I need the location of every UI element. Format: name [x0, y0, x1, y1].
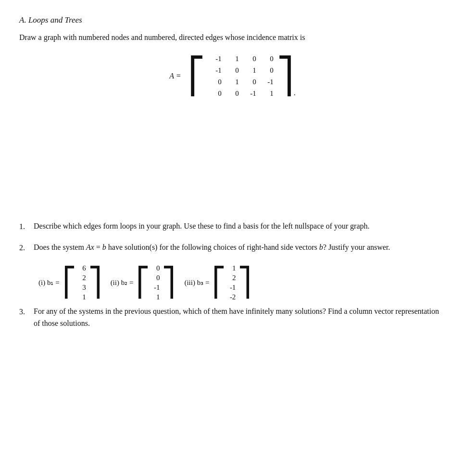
b2-grid: 0 0 -1 1 [150, 262, 162, 303]
matrix-cell-3-2: -1 [248, 90, 256, 98]
intro-sentence: Draw a graph with numbered nodes and num… [19, 33, 305, 41]
matrix-wrapper: ⎡ -1 1 0 0 -1 0 1 0 0 1 0 -1 [188, 52, 296, 100]
intro-text: Draw a graph with numbered nodes and num… [19, 32, 446, 43]
vector-b1-group: (i) b₁ = ⎡ 6 2 3 1 ⎤ [38, 262, 102, 303]
matrix-cell-2-0: 0 [213, 78, 222, 86]
matrix-cell-1-1: 0 [230, 66, 239, 75]
matrix-grid: -1 1 0 0 -1 0 1 0 0 1 0 -1 0 0 [205, 52, 276, 100]
question-3: 3. For any of the systems in the previou… [19, 306, 446, 330]
matrix-cell-1-2: 1 [248, 66, 256, 75]
vectors-row: (i) b₁ = ⎡ 6 2 3 1 ⎤ (ii) b₂ = ⎡ [38, 262, 446, 303]
question-2: 2. Does the system Ax = b have solution(… [19, 242, 446, 254]
b1-label: (i) b₁ = [38, 277, 60, 288]
matrix-cell-0-3: 0 [265, 55, 274, 63]
b2-label: (ii) b₂ = [111, 277, 134, 288]
matrix-cell-0-1: 1 [230, 55, 239, 63]
matrix-label: A = [169, 72, 181, 80]
b1-bracket-left: ⎡ [63, 269, 76, 296]
question-1: 1. Describe which edges form loops in yo… [19, 220, 446, 233]
matrix-cell-2-2: 0 [248, 78, 256, 86]
b1-wrap: ⎡ 6 2 3 1 ⎤ [63, 262, 102, 303]
b3-cell-3: -2 [228, 291, 236, 303]
matrix-cell-3-1: 0 [230, 90, 239, 98]
matrix-cell-2-1: 1 [230, 78, 239, 86]
matrix-cell-0-0: -1 [213, 55, 222, 63]
matrix-cell-3-0: 0 [213, 90, 222, 98]
vector-b3-group: (iii) b₃ = ⎡ 1 2 -1 -2 ⎤ [184, 262, 251, 303]
matrix-bracket-right: ⎤ [276, 59, 294, 93]
matrix-equation: A = ⎡ -1 1 0 0 -1 0 1 0 0 1 0 [169, 52, 295, 100]
question-1-text: Describe which edges form loops in your … [34, 220, 446, 233]
question-3-text: For any of the systems in the previous q… [34, 306, 446, 330]
page-container: A. Loops and Trees Draw a graph with num… [19, 15, 446, 330]
question-3-number: 3. [19, 306, 30, 330]
matrix-cell-3-3: 1 [265, 90, 274, 98]
question-1-number: 1. [19, 220, 30, 233]
b1-bracket-right: ⎤ [88, 269, 102, 296]
period: . [294, 89, 296, 100]
matrix-cell-2-3: -1 [265, 78, 274, 86]
b2-cell-3: 1 [152, 291, 160, 303]
vector-b2-group: (ii) b₂ = ⎡ 0 0 -1 1 ⎤ [111, 262, 176, 303]
question-2-number: 2. [19, 242, 30, 254]
question-2-text: Does the system Ax = b have solution(s) … [34, 242, 446, 254]
b2-bracket-right: ⎤ [162, 269, 176, 296]
b2-wrap: ⎡ 0 0 -1 1 ⎤ [136, 262, 176, 303]
page-title: A. Loops and Trees [19, 15, 446, 25]
b2-bracket-left: ⎡ [136, 269, 150, 296]
b3-wrap: ⎡ 1 2 -1 -2 ⎤ [212, 262, 251, 303]
b3-grid: 1 2 -1 -2 [226, 262, 238, 303]
b3-bracket-right: ⎤ [238, 269, 251, 296]
matrix-cell-1-3: 0 [265, 66, 274, 75]
matrix-block: A = ⎡ -1 1 0 0 -1 0 1 0 0 1 0 [19, 52, 446, 100]
matrix-cell-1-0: -1 [213, 66, 222, 75]
questions-section: 1. Describe which edges form loops in yo… [19, 220, 446, 330]
spacer [19, 115, 446, 220]
b1-grid: 6 2 3 1 [76, 262, 88, 303]
matrix-cell-0-2: 0 [248, 55, 256, 63]
b1-cell-3: 1 [78, 291, 86, 303]
b3-bracket-left: ⎡ [212, 269, 226, 296]
matrix-bracket-left: ⎡ [188, 59, 205, 93]
b3-label: (iii) b₃ = [184, 277, 209, 288]
